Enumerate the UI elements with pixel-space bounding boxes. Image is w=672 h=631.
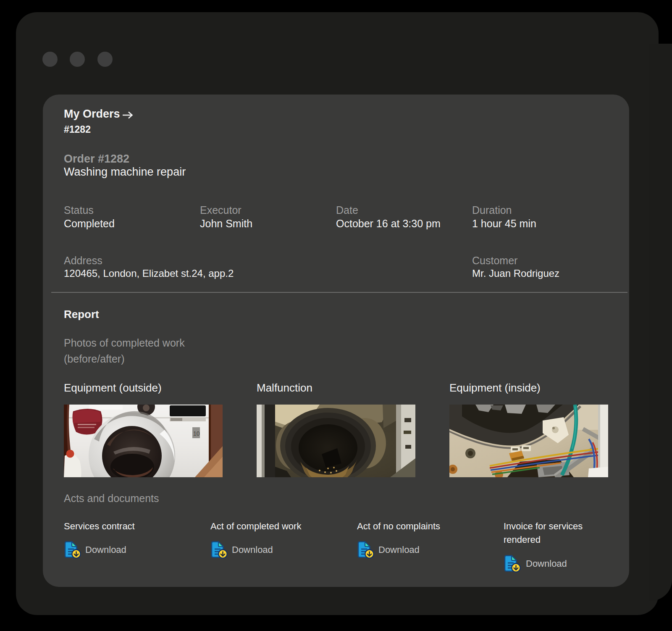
svg-text:10: 10 bbox=[193, 430, 200, 437]
